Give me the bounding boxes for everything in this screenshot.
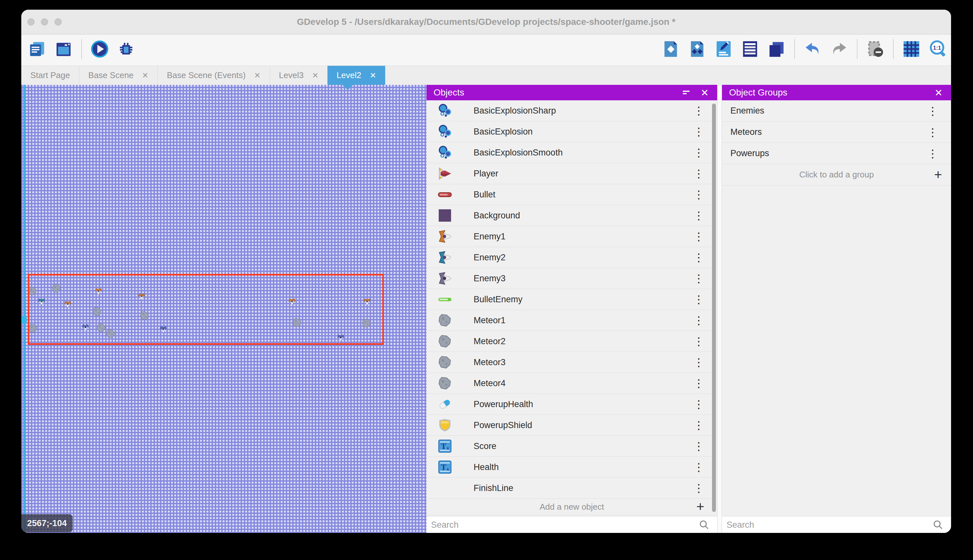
group-label: Enemies [730,106,927,116]
objects-doc-icon [661,40,680,58]
object-row-meteor4[interactable]: Meteor4⋮ [427,373,717,394]
add-group-button[interactable]: Click to add a group + [722,164,951,185]
open-layers-panel-button[interactable] [766,39,786,59]
close-object-groups-panel-icon[interactable]: ✕ [935,87,943,98]
toggle-window-mask-button[interactable] [865,39,885,59]
object-row-enemy3[interactable]: Enemy3⋮ [427,268,717,289]
object-row-meteor3[interactable]: Meteor3⋮ [427,352,717,373]
redo-button[interactable] [829,39,849,59]
object-row-meteor2[interactable]: Meteor2⋮ [427,331,717,352]
meteor-icon [437,313,452,328]
object-menu-button[interactable]: ⋮ [693,147,704,158]
object-row-bullet[interactable]: Bullet⋮ [427,184,717,205]
finishline-handle[interactable] [21,315,27,324]
debug-button[interactable] [116,39,136,59]
object-menu-button[interactable]: ⋮ [693,378,704,389]
object-row-powerupshield[interactable]: PowerupShield⋮ [427,415,717,436]
groups-search-input[interactable] [722,517,951,533]
tab-start-page[interactable]: Start Page [21,66,79,85]
group-menu-button[interactable]: ⋮ [927,105,938,117]
object-menu-button[interactable]: ⋮ [693,168,704,179]
panel-divider[interactable] [717,85,722,533]
objects-scrollbar[interactable] [712,103,716,512]
object-row-background[interactable]: Background⋮ [427,205,717,226]
object-row-score[interactable]: TxScore⋮ [427,436,717,457]
object-row-basicexplosionsmooth[interactable]: BasicExplosionSmooth⋮ [427,142,717,163]
scene-canvas[interactable]: 2567;-104 [21,85,427,533]
object-row-meteor1[interactable]: Meteor1⋮ [427,310,717,331]
object-groups-panel: Object Groups ✕ Enemies⋮Meteors⋮Powerups… [722,85,951,533]
object-menu-button[interactable]: ⋮ [693,105,704,116]
close-objects-panel-icon[interactable]: ✕ [701,87,709,98]
tab-base-scene-events[interactable]: Base Scene (Events)✕ [157,66,269,85]
group-label: Meteors [730,127,927,137]
objects-panel-header: Objects ✕ [427,85,717,100]
project-manager-button[interactable] [27,39,47,59]
object-row-health[interactable]: TxHealth⋮ [427,457,717,478]
object-row-poweruphealth[interactable]: PowerupHealth⋮ [427,394,717,415]
group-menu-button[interactable]: ⋮ [927,127,938,138]
open-properties-panel-button[interactable] [714,39,734,59]
object-label: FinishLine [473,483,693,493]
object-row-enemy1[interactable]: Enemy1⋮ [427,226,717,247]
debug-bug-icon [117,40,135,58]
object-label: BasicExplosionSharp [473,106,693,116]
add-object-button[interactable]: Add a new object + [427,499,717,515]
player-ship-icon [437,166,452,181]
object-menu-button[interactable]: ⋮ [693,189,704,200]
object-menu-button[interactable]: ⋮ [693,231,704,242]
group-row-enemies[interactable]: Enemies⋮ [722,100,951,122]
properties-card-icon [714,40,733,58]
tab-level2[interactable]: Level2✕ [327,66,385,85]
object-menu-button[interactable]: ⋮ [693,462,704,473]
tab-level3[interactable]: Level3✕ [270,66,328,85]
object-row-basicexplosionsharp[interactable]: BasicExplosionSharp⋮ [427,100,717,121]
background-swatch-icon [437,208,452,223]
object-menu-button[interactable]: ⋮ [693,399,704,410]
open-object-groups-panel-button[interactable] [687,39,707,59]
tab-base-scene[interactable]: Base Scene✕ [79,66,157,85]
object-menu-button[interactable]: ⋮ [693,357,704,368]
meteor-icon [437,355,452,370]
group-row-meteors[interactable]: Meteors⋮ [722,122,951,143]
object-groups-panel-title: Object Groups [722,87,935,98]
object-label: BasicExplosionSmooth [473,148,693,158]
zoom-original-button[interactable]: 1:1 [928,39,948,59]
preview-play-button[interactable] [90,39,110,59]
object-menu-button[interactable]: ⋮ [693,273,704,284]
selection-rectangle[interactable] [28,274,384,345]
object-label: Meteor3 [473,357,693,367]
group-row-powerups[interactable]: Powerups⋮ [722,143,951,164]
object-menu-button[interactable]: ⋮ [693,315,704,326]
object-menu-button[interactable]: ⋮ [693,252,704,263]
undo-button[interactable] [803,39,823,59]
enemy-teal-icon [437,250,452,265]
group-menu-button[interactable]: ⋮ [927,148,938,159]
object-row-basicexplosion[interactable]: BasicExplosion⋮ [427,121,717,142]
object-menu-button[interactable]: ⋮ [693,483,704,493]
finishline-instance[interactable] [23,85,25,533]
object-row-bulletenemy[interactable]: BulletEnemy⋮ [427,289,717,310]
tab-close-icon[interactable]: ✕ [254,71,260,80]
filter-icon[interactable] [681,87,693,98]
open-scene-editors-button[interactable] [53,39,73,59]
object-row-enemy2[interactable]: Enemy2⋮ [427,247,717,268]
objects-search-input[interactable] [427,517,717,533]
meteor-icon [437,334,452,349]
object-menu-button[interactable]: ⋮ [693,336,704,347]
object-menu-button[interactable]: ⋮ [693,441,704,452]
object-menu-button[interactable]: ⋮ [693,420,704,431]
open-objects-panel-button[interactable] [661,39,681,59]
open-instances-list-button[interactable] [740,39,760,59]
explosion-icon [437,124,452,139]
tab-close-icon[interactable]: ✕ [142,71,148,80]
object-menu-button[interactable]: ⋮ [693,210,704,221]
bullet-green-icon [437,292,452,307]
tab-close-icon[interactable]: ✕ [312,71,318,80]
object-row-player[interactable]: Player⋮ [427,163,717,184]
object-row-finishline[interactable]: FinishLine⋮ [427,478,717,499]
toggle-grid-button[interactable] [901,39,921,59]
object-menu-button[interactable]: ⋮ [693,126,704,137]
tab-close-icon[interactable]: ✕ [370,71,376,80]
object-menu-button[interactable]: ⋮ [693,294,704,305]
